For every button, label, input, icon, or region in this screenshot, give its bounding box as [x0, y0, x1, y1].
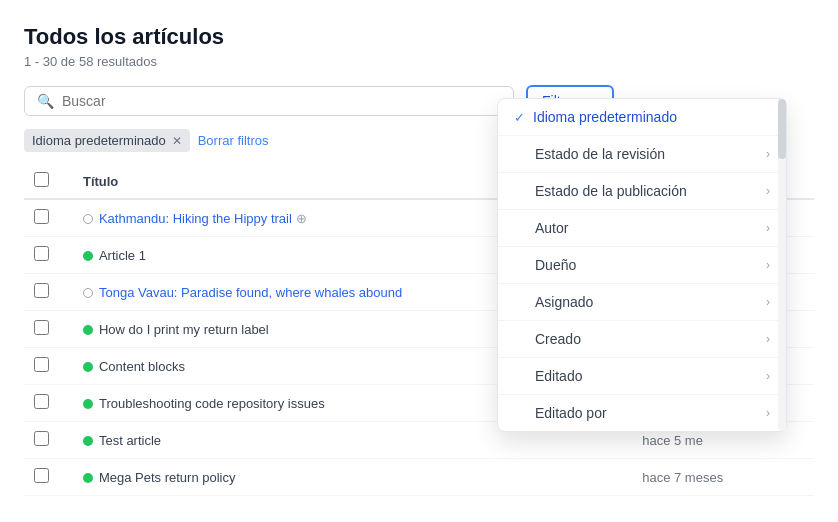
chevron-right-icon: ›: [766, 184, 770, 198]
checkmark-icon: ✓: [514, 110, 525, 125]
article-title: Content blocks: [99, 359, 185, 374]
row-checkbox[interactable]: [34, 320, 49, 335]
status-dot-icon: [83, 325, 93, 335]
dropdown-item-label: Estado de la publicación: [535, 183, 766, 199]
status-dot-icon: [83, 251, 93, 261]
row-date: hace 7 meses: [632, 459, 814, 496]
article-title: Troubleshooting code repository issues: [99, 396, 325, 411]
dropdown-item-label: Editado: [535, 368, 766, 384]
dropdown-item-label: Editado por: [535, 405, 766, 421]
search-box[interactable]: 🔍: [24, 86, 514, 116]
row-checkbox[interactable]: [34, 468, 49, 483]
row-checkbox[interactable]: [34, 394, 49, 409]
row-checkbox[interactable]: [34, 283, 49, 298]
chevron-right-icon: ›: [766, 369, 770, 383]
header-checkbox-cell: [24, 164, 73, 199]
dropdown-scrollbar-track: [778, 99, 786, 431]
dropdown-item-label: Asignado: [535, 294, 766, 310]
article-title: Article 1: [99, 248, 146, 263]
status-dot-icon: [83, 288, 93, 298]
dropdown-item-created[interactable]: Creado›: [498, 321, 786, 358]
dropdown-item-pub[interactable]: Estado de la publicación›: [498, 173, 786, 210]
status-dot-icon: [83, 362, 93, 372]
dropdown-item-label: Creado: [535, 331, 766, 347]
row-checkbox[interactable]: [34, 357, 49, 372]
article-title: How do I print my return label: [99, 322, 269, 337]
article-title: Mega Pets return policy: [99, 470, 236, 485]
row-checkbox-cell: [24, 311, 73, 348]
table-row: Mega Pets return policyhace 7 meses: [24, 459, 814, 496]
filters-dropdown: ✓Idioma predeterminadoEstado de la revis…: [497, 98, 787, 432]
article-title-link[interactable]: Kathmandu: Hiking the Hippy trail: [99, 211, 292, 226]
row-checkbox-cell: [24, 274, 73, 311]
search-input[interactable]: [62, 93, 501, 109]
article-title: Test article: [99, 433, 161, 448]
row-checkbox-cell: [24, 237, 73, 274]
dropdown-item-label: Estado de la revisión: [535, 146, 766, 162]
dropdown-item-label: Idioma predeterminado: [533, 109, 770, 125]
row-checkbox-cell: [24, 385, 73, 422]
chevron-right-icon: ›: [766, 332, 770, 346]
tooltip-icon[interactable]: ⊕: [296, 211, 307, 226]
page-title: Todos los artículos: [24, 24, 814, 50]
dropdown-item-label: Dueño: [535, 257, 766, 273]
status-dot-icon: [83, 399, 93, 409]
dropdown-item-label: Autor: [535, 220, 766, 236]
article-title-link[interactable]: Tonga Vavau: Paradise found, where whale…: [99, 285, 402, 300]
chevron-right-icon: ›: [766, 258, 770, 272]
row-checkbox-cell: [24, 422, 73, 459]
clear-filters-button[interactable]: Borrar filtros: [198, 133, 269, 148]
dropdown-items-list: ✓Idioma predeterminadoEstado de la revis…: [498, 99, 786, 431]
filter-tag-label: Idioma predeterminado: [32, 133, 166, 148]
chevron-right-icon: ›: [766, 147, 770, 161]
row-checkbox-cell: [24, 199, 73, 237]
chevron-right-icon: ›: [766, 406, 770, 420]
dropdown-item-lang[interactable]: ✓Idioma predeterminado: [498, 99, 786, 136]
dropdown-item-edited[interactable]: Editado›: [498, 358, 786, 395]
select-all-checkbox[interactable]: [34, 172, 49, 187]
dropdown-item-author[interactable]: Autor›: [498, 210, 786, 247]
dropdown-item-owner[interactable]: Dueño›: [498, 247, 786, 284]
row-checkbox[interactable]: [34, 209, 49, 224]
status-dot-icon: [83, 473, 93, 483]
status-dot-icon: [83, 436, 93, 446]
chevron-right-icon: ›: [766, 221, 770, 235]
dropdown-item-review[interactable]: Estado de la revisión›: [498, 136, 786, 173]
dropdown-item-edited_by[interactable]: Editado por›: [498, 395, 786, 431]
status-dot-icon: [83, 214, 93, 224]
filter-tag-close-icon[interactable]: ✕: [172, 135, 182, 147]
dropdown-item-assigned[interactable]: Asignado›: [498, 284, 786, 321]
filter-tag-language: Idioma predeterminado ✕: [24, 129, 190, 152]
row-checkbox[interactable]: [34, 431, 49, 446]
row-title-cell: Mega Pets return policy: [73, 459, 632, 496]
row-checkbox[interactable]: [34, 246, 49, 261]
row-checkbox-cell: [24, 348, 73, 385]
results-count: 1 - 30 de 58 resultados: [24, 54, 814, 69]
chevron-right-icon: ›: [766, 295, 770, 309]
page-container: Todos los artículos 1 - 30 de 58 resulta…: [0, 0, 838, 522]
search-icon: 🔍: [37, 93, 54, 109]
dropdown-scrollbar-thumb[interactable]: [778, 99, 786, 159]
row-checkbox-cell: [24, 459, 73, 496]
